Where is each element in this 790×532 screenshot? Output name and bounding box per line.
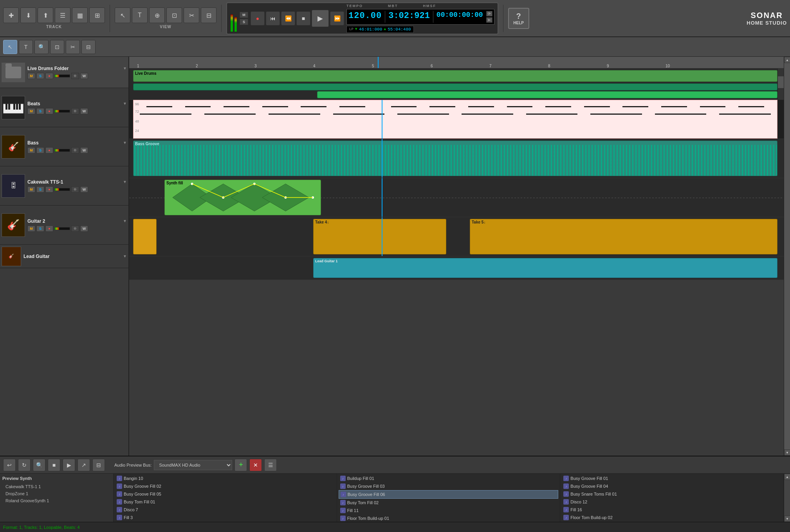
select-tool-button[interactable]: ↖ bbox=[3, 40, 17, 54]
back-button[interactable]: ↩ bbox=[3, 459, 16, 471]
clip-take4[interactable]: Take 4↓ bbox=[313, 219, 446, 254]
w-button-guitar2[interactable]: W bbox=[80, 225, 88, 232]
zoom-tool-button[interactable]: ⊕ bbox=[149, 7, 165, 23]
w-button-live-drums[interactable]: W bbox=[80, 73, 88, 79]
m-button[interactable]: M bbox=[240, 12, 248, 18]
help-button[interactable]: ? HELP bbox=[508, 8, 529, 29]
clip-synth-fill[interactable]: Synth fill bbox=[164, 180, 321, 215]
scroll-up-button[interactable]: ▲ bbox=[784, 57, 790, 63]
track-item-tts1[interactable]: 🎛 Cakewalk TTS-1 ▼ M S ● ❊ bbox=[0, 166, 128, 206]
file-item-busy-tom-01[interactable]: ♪ Busy Tom Fill 01 bbox=[115, 498, 335, 506]
file-item-fill11[interactable]: ♪ Fill 11 bbox=[339, 507, 559, 514]
fast-forward-button[interactable]: ⏩ bbox=[330, 11, 344, 25]
auto-preview-button[interactable]: ↗ bbox=[78, 459, 90, 471]
clip-live-drums-top[interactable]: Live Drums bbox=[133, 70, 777, 82]
play-button[interactable]: ▶ bbox=[312, 10, 329, 27]
multi-select-button[interactable]: ⊡ bbox=[166, 7, 182, 23]
mute-button-live-drums[interactable]: M bbox=[27, 73, 35, 79]
punch-button[interactable]: ⊳ bbox=[486, 17, 492, 23]
record-button-guitar2[interactable]: ● bbox=[45, 225, 53, 232]
solo-button-live-drums[interactable]: S bbox=[36, 73, 44, 79]
file-item-disco7[interactable]: ♪ Disco 7 bbox=[115, 506, 335, 514]
file-item-busy-snare-toms[interactable]: ♪ Busy Snare Toms Fill 01 bbox=[562, 490, 782, 498]
synth-item-dropzone[interactable]: DropZone 1 bbox=[2, 490, 111, 497]
bass-expand-arrow[interactable]: ▼ bbox=[123, 141, 127, 145]
w-button-tts1[interactable]: W bbox=[80, 186, 88, 193]
beats-expand-arrow[interactable]: ▼ bbox=[123, 101, 127, 106]
record-button-live-drums[interactable]: ● bbox=[45, 73, 53, 79]
file-item-busy-groove-02[interactable]: ♪ Busy Groove Fill 02 bbox=[115, 482, 335, 490]
mute-button-guitar2[interactable]: M bbox=[27, 225, 35, 232]
pattern-button[interactable]: ▦ bbox=[72, 7, 88, 23]
film-edit-button[interactable]: ⊟ bbox=[81, 40, 96, 54]
browser-scroll-up[interactable]: ▲ bbox=[784, 474, 790, 480]
file-item-floor-tom-buildup01[interactable]: ♪ Floor Tom Build-up 01 bbox=[339, 514, 559, 522]
export-button[interactable]: ⬆ bbox=[38, 7, 53, 23]
record-button-bass[interactable]: ● bbox=[45, 147, 53, 153]
track-item-guitar2[interactable]: 🎸 Guitar 2 ▼ M S ● ❊ W bbox=[0, 206, 128, 245]
add-track-button[interactable]: ✚ bbox=[3, 7, 19, 23]
import-button[interactable]: ⬇ bbox=[20, 7, 36, 23]
track-item-live-drums-folder[interactable]: Live Drums Folder ▼ M S ● ❊ W bbox=[0, 57, 128, 88]
file-item-busy-groove-01[interactable]: ♪ Busy Groove Fill 01 bbox=[562, 474, 782, 482]
file-item-floor-tom-buildup02[interactable]: ♪ Floor Tom Build-up 02 bbox=[562, 514, 782, 521]
stop-button[interactable]: ■ bbox=[296, 11, 310, 25]
zoom-edit-button[interactable]: 🔍 bbox=[34, 40, 49, 54]
mute-button-beats[interactable]: M bbox=[27, 108, 35, 114]
track-expand-arrow[interactable]: ▼ bbox=[123, 66, 127, 70]
clip-bass-groove[interactable]: Bass Groove bbox=[133, 141, 777, 176]
fx-button-live-drums[interactable]: ❊ bbox=[71, 73, 79, 79]
file-item-busy-groove-06[interactable]: ♪ Busy Groove Fill 06 bbox=[339, 490, 559, 499]
track-item-bass[interactable]: 🎸 Bass ▼ M S ● ❊ W bbox=[0, 127, 128, 166]
text-tool-button[interactable]: T bbox=[132, 7, 148, 23]
record-button[interactable]: ● bbox=[251, 11, 265, 25]
file-item-bangin10[interactable]: ♪ Bangin 10 bbox=[115, 474, 335, 482]
text-edit-button[interactable]: T bbox=[19, 40, 33, 54]
record-button-tts1[interactable]: ● bbox=[45, 186, 53, 193]
film-button[interactable]: ⊟ bbox=[201, 7, 216, 23]
fx-button-beats[interactable]: ❊ bbox=[71, 108, 79, 114]
tts1-expand-arrow[interactable]: ▼ bbox=[123, 180, 127, 184]
file-item-busy-groove-03[interactable]: ♪ Busy Groove Fill 03 bbox=[339, 482, 559, 490]
browser-scrollbar-v[interactable]: ▲ ▼ bbox=[784, 474, 790, 522]
clip-guitar2-start[interactable] bbox=[133, 219, 157, 254]
track-list-button[interactable]: ☰ bbox=[55, 7, 70, 23]
guitar2-expand-arrow[interactable]: ▼ bbox=[123, 219, 127, 223]
track-item-lead-guitar[interactable]: 🎸 Lead Guitar ▼ bbox=[0, 245, 128, 268]
list-view-button[interactable]: ☰ bbox=[264, 459, 277, 471]
file-item-buildup-fill01[interactable]: ♪ Buildup Fill 01 bbox=[339, 474, 559, 482]
fx-button-guitar2[interactable]: ❊ bbox=[71, 225, 79, 232]
w-button-bass[interactable]: W bbox=[80, 147, 88, 153]
track-item-beats[interactable]: Beats ▼ M S ● ❊ W bbox=[0, 88, 128, 127]
sort-button[interactable]: ⊟ bbox=[92, 459, 105, 471]
scroll-thumb[interactable] bbox=[784, 63, 790, 449]
clip-take5[interactable]: Take 5↓ bbox=[470, 219, 777, 254]
forward-button[interactable]: ↻ bbox=[18, 459, 31, 471]
record-button-beats[interactable]: ● bbox=[45, 108, 53, 114]
file-item-fill3[interactable]: ♪ Fill 3 bbox=[115, 514, 335, 521]
solo-button-bass[interactable]: S bbox=[36, 147, 44, 153]
main-scrollbar-v[interactable]: ▲ ▼ bbox=[784, 57, 790, 456]
w-button-beats[interactable]: W bbox=[80, 108, 88, 114]
cut-edit-button[interactable]: ✂ bbox=[66, 40, 80, 54]
clip-lead-guitar1[interactable]: Lead Guitar 1 bbox=[313, 258, 777, 278]
solo-button-beats[interactable]: S bbox=[36, 108, 44, 114]
midi-clip-beats[interactable]: 96 72 48 24 bbox=[133, 100, 777, 139]
synth-item-roland[interactable]: Roland GrooveSynth 1 bbox=[2, 497, 111, 504]
play-preview-button[interactable]: ▶ bbox=[63, 459, 75, 471]
audio-bus-select[interactable]: SoundMAX HD Audio bbox=[154, 460, 232, 470]
file-item-busy-groove-04[interactable]: ♪ Busy Groove Fill 04 bbox=[562, 482, 782, 490]
solo-button-guitar2[interactable]: S bbox=[36, 225, 44, 232]
rewind-button[interactable]: ⏪ bbox=[281, 11, 295, 25]
stop-preview-button[interactable]: ■ bbox=[48, 459, 60, 471]
rewind-to-start-button[interactable]: ⏮ bbox=[266, 11, 280, 25]
cursor-tool-button[interactable]: ↖ bbox=[115, 7, 130, 23]
mute-button-bass[interactable]: M bbox=[27, 147, 35, 153]
close-panel-button[interactable]: ✕ bbox=[249, 459, 262, 471]
file-item-busy-tom-02[interactable]: ♪ Busy Tom Fill 02 bbox=[339, 499, 559, 507]
fx-button-bass[interactable]: ❊ bbox=[71, 147, 79, 153]
browser-scroll-thumb[interactable] bbox=[784, 480, 790, 516]
browser-scroll-down[interactable]: ▼ bbox=[784, 516, 790, 522]
lead-guitar-expand-arrow[interactable]: ▼ bbox=[123, 254, 127, 258]
timeline-scrollbar-v[interactable] bbox=[777, 69, 784, 99]
